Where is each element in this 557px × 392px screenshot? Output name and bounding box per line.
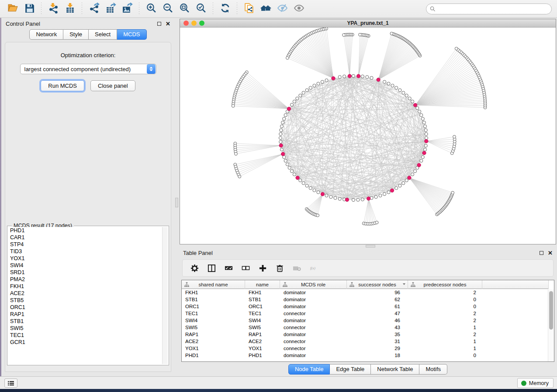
settings-gear-button[interactable] — [190, 264, 199, 272]
show-panels-button[interactable] — [4, 378, 17, 388]
mcds-result-item[interactable]: RAP1 — [8, 311, 162, 318]
mcds-result-item[interactable]: FKH1 — [8, 283, 162, 290]
cell-name: FKH1 — [245, 289, 280, 296]
zoom-fit-button[interactable] — [177, 2, 192, 16]
delete-row-button[interactable] — [276, 264, 284, 272]
export-image-button[interactable] — [120, 2, 135, 16]
column-header-successor-nodes[interactable]: successor nodes — [347, 280, 408, 289]
mcds-result-item[interactable]: CAR1 — [8, 234, 162, 241]
mcds-result-item[interactable]: ACE2 — [8, 290, 162, 297]
float-panel-icon[interactable] — [157, 22, 161, 26]
cell-successor_nodes: 31 — [347, 338, 408, 345]
close-panel-icon[interactable]: ✕ — [166, 22, 170, 26]
table-row[interactable]: ORC1ORC1dominator610 — [182, 303, 549, 310]
toolbar-separator — [213, 3, 213, 15]
sort-caret-icon — [403, 283, 405, 285]
table-row[interactable]: TEC1TEC1connector472 — [182, 310, 549, 317]
mcds-result-item[interactable]: SWI4 — [8, 262, 162, 269]
select-all-button[interactable] — [225, 264, 233, 272]
column-header-MCDS-role[interactable]: MCDS role — [280, 280, 347, 289]
zoom-in-button[interactable] — [144, 2, 159, 16]
mcds-result-item[interactable]: PMA2 — [8, 276, 162, 283]
mcds-result-item[interactable]: ORC1 — [8, 304, 162, 311]
mcds-result-list[interactable]: PHD1CAR1STP4TID3YOX1SWI4SRD1PMA2FKH1ACE2… — [8, 227, 162, 364]
cell-empty — [482, 331, 549, 338]
table-row[interactable]: STB1STB1dominator620 — [182, 296, 549, 303]
run-mcds-button[interactable]: Run MCDS — [41, 80, 84, 91]
search-box[interactable] — [426, 3, 552, 14]
mcds-result-item[interactable]: YOX1 — [8, 255, 162, 262]
tab-motifs[interactable]: Motifs — [419, 364, 447, 375]
column-header-shared-name[interactable]: shared name — [182, 280, 245, 289]
table-row[interactable]: RAP1RAP1dominator352 — [182, 331, 549, 338]
refresh-view-button[interactable] — [218, 2, 232, 16]
zoom-out-button[interactable] — [160, 2, 175, 16]
mcds-result-item[interactable]: TID3 — [8, 248, 162, 255]
open-file-icon — [7, 3, 18, 15]
horizontal-splitter[interactable] — [179, 244, 557, 248]
import-table-button[interactable] — [62, 2, 77, 16]
column-header-predecessor-nodes[interactable]: predecessor nodes — [408, 280, 482, 289]
tab-select[interactable]: Select — [89, 29, 117, 40]
first-neighbors-button[interactable] — [258, 2, 273, 16]
clone-network-button[interactable] — [242, 2, 256, 16]
window-minimize-button[interactable] — [191, 21, 197, 26]
show-columns-button[interactable] — [208, 264, 216, 272]
optimization-criterion-select[interactable]: largest connected component (undirected) — [20, 64, 156, 74]
window-zoom-button[interactable] — [199, 21, 204, 26]
import-network-button[interactable] — [46, 2, 61, 16]
tab-style[interactable]: Style — [63, 29, 89, 40]
add-row-button[interactable] — [259, 264, 267, 272]
memory-button[interactable]: Memory — [517, 378, 554, 388]
mcds-result-item[interactable]: SRD1 — [8, 269, 162, 276]
table-row[interactable]: YOX1YOX1connector291 — [182, 345, 549, 352]
zoom-selected-button[interactable] — [194, 2, 208, 16]
mcds-result-item[interactable]: STB1 — [8, 318, 162, 325]
tab-mcds[interactable]: MCDS — [117, 29, 146, 40]
mcds-result-item[interactable]: GCR1 — [8, 339, 162, 346]
tab-node-table[interactable]: Node Table — [288, 364, 330, 375]
delete-table-button — [293, 264, 301, 272]
column-header-name[interactable]: name — [245, 280, 280, 289]
open-file-button[interactable] — [5, 2, 20, 16]
mcds-result-item[interactable]: SWI5 — [8, 325, 162, 332]
cell-successor_nodes: 46 — [347, 317, 408, 324]
export-network-button[interactable] — [86, 2, 101, 16]
network-canvas[interactable] — [180, 28, 556, 244]
close-table-panel-icon[interactable]: ✕ — [548, 251, 553, 255]
window-close-button[interactable] — [183, 21, 189, 26]
network-window-titlebar[interactable]: YPA_prune.txt_1 — [180, 19, 556, 28]
tab-network-table[interactable]: Network Table — [371, 364, 419, 375]
table-scrollbar[interactable] — [548, 289, 554, 361]
mcds-result-item[interactable]: PHD1 — [8, 227, 162, 234]
vertical-splitter[interactable] — [175, 18, 179, 376]
settings-gear-icon — [190, 264, 199, 272]
mcds-result-item[interactable]: STB5 — [8, 297, 162, 304]
mcds-result-item[interactable]: TEC1 — [8, 332, 162, 339]
cell-shared_name: ORC1 — [182, 303, 245, 310]
table-row[interactable]: SWI5SWI5connector431 — [182, 324, 549, 331]
zoom-fit-icon — [179, 3, 190, 15]
unselect-all-button[interactable] — [242, 264, 250, 272]
cell-name: YOX1 — [245, 345, 280, 352]
table-row[interactable]: FKH1FKH1dominator962 — [182, 289, 549, 296]
table-row[interactable]: SWI4SWI4dominator462 — [182, 317, 549, 324]
show-all-button[interactable] — [291, 2, 306, 16]
search-input[interactable] — [438, 5, 551, 14]
horizontal-splitter-handle[interactable] — [366, 245, 375, 248]
hide-selected-button[interactable] — [275, 2, 290, 16]
tab-network[interactable]: Network — [29, 29, 63, 40]
close-panel-button[interactable]: Close panel — [90, 80, 135, 91]
save-session-button[interactable] — [22, 2, 37, 16]
table-row[interactable]: ACE2ACE2connector311 — [182, 338, 549, 345]
table-row[interactable]: PHD1PHD1dominator180 — [182, 352, 549, 359]
vertical-splitter-handle[interactable] — [175, 198, 178, 207]
control-panel-header: Control Panel ✕ — [1, 18, 175, 29]
tab-edge-table[interactable]: Edge Table — [330, 364, 371, 375]
float-table-panel-icon[interactable] — [540, 251, 543, 255]
cell-mcds_role: connector — [280, 310, 347, 317]
table-scrollbar-thumb[interactable] — [549, 291, 553, 330]
mcds-result-item[interactable]: STP4 — [8, 241, 162, 248]
mcds-list-scrollbar[interactable] — [162, 227, 168, 364]
export-table-button[interactable] — [103, 2, 118, 16]
